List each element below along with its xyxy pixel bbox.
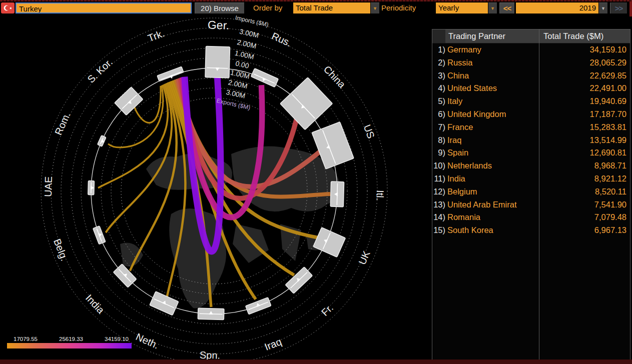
axis-tick: 3.00M — [239, 28, 259, 40]
row-number: 1) — [432, 44, 445, 56]
country-node-belgium[interactable] — [93, 226, 106, 244]
country-node-china[interactable] — [280, 78, 333, 130]
row-number: 3) — [432, 70, 445, 82]
partner-name: United Arab Emirat — [447, 198, 538, 212]
partner-name: France — [447, 121, 538, 134]
prev-year-button[interactable]: << — [499, 2, 514, 14]
country-node-iraq[interactable] — [246, 298, 271, 314]
table-row[interactable]: 3)China22,629.85 — [432, 70, 630, 82]
trade-value: 7,079.48 — [539, 211, 626, 224]
ring-label-germany: Ger. — [208, 18, 230, 32]
table-row[interactable]: 12)Belgium8,520.11 — [432, 186, 630, 198]
axis-tick: 2.00M — [236, 38, 257, 50]
table-row[interactable]: 1)Germany34,159.10 — [432, 44, 630, 56]
security-input[interactable]: Turkey — [16, 2, 192, 14]
color-scale-legend: 17079.5525619.3334159.10 — [7, 336, 132, 348]
country-node-romania[interactable] — [98, 136, 107, 147]
country-node-italy[interactable] — [330, 182, 344, 207]
ring-label-netherlands: Neth. — [134, 331, 161, 351]
trade-value: 22,629.85 — [539, 70, 626, 82]
country-node-russia[interactable] — [251, 68, 279, 88]
ring-label-iraq: Iraq — [263, 336, 283, 352]
country-node-germany[interactable] — [205, 46, 230, 78]
periodicity-label: Periodicity — [381, 2, 416, 14]
ring-label-south-korea: S. Kor. — [85, 56, 115, 85]
year-input[interactable]: 2019 — [516, 2, 598, 14]
row-number: 12) — [432, 186, 445, 198]
trade-value: 28,065.29 — [539, 56, 626, 70]
ring-label-india: India — [84, 292, 107, 316]
axis-tick: 3.00M — [225, 88, 246, 100]
trade-value: 8,921.12 — [539, 172, 626, 186]
trade-value: 22,491.00 — [539, 82, 626, 95]
order-by-label: Order by — [253, 2, 282, 14]
ring-label-united-arab-emirates: UAE — [43, 176, 54, 198]
imports-axis-label: Imports ($M) — [235, 15, 269, 28]
trade-value: 34,159.10 — [539, 44, 626, 56]
trade-value: 17,187.70 — [539, 108, 626, 121]
ring-label-united-states: US — [361, 123, 377, 140]
table-row[interactable]: 4)United States22,491.00 — [432, 82, 630, 95]
trade-value: 13,514.99 — [539, 134, 626, 147]
ring-label-italy: Itl. — [374, 190, 386, 201]
ring-label-belgium: Belg. — [52, 237, 70, 262]
partner-name: Russia — [447, 56, 538, 70]
table-row[interactable]: 5)Italy19,940.69 — [432, 95, 630, 108]
trade-value: 8,520.11 — [539, 186, 626, 198]
table-row[interactable]: 10)Netherlands8,968.71 — [432, 160, 630, 172]
row-number: 14) — [432, 211, 445, 224]
order-by-select[interactable]: Total Trade — [293, 2, 370, 14]
country-node-spain[interactable] — [198, 308, 224, 320]
table-row[interactable]: 6)United Kingdom17,187.70 — [432, 108, 630, 121]
table-row[interactable]: 11)India8,921.12 — [432, 172, 630, 186]
col-header-total-trade[interactable]: Total Trade ($M) — [543, 30, 626, 43]
table-row[interactable]: 15)South Korea6,967.13 — [432, 224, 630, 237]
country-node-united-kingdom[interactable] — [313, 228, 346, 258]
trade-flow-chord-chart[interactable]: Ger.Rus.ChinaUSItl.UKFr.IraqSpn.Neth.Ind… — [0, 15, 431, 360]
row-number: 8) — [432, 134, 445, 147]
periodicity-select[interactable]: Yearly — [436, 2, 488, 14]
row-number: 15) — [432, 224, 445, 237]
partner-name: China — [447, 70, 538, 82]
table-row[interactable]: 2)Russia28,065.29 — [432, 56, 630, 70]
table-row[interactable]: 13)United Arab Emirat7,541.90 — [432, 198, 630, 212]
table-row[interactable]: 9)Spain12,690.81 — [432, 146, 630, 160]
table-row[interactable]: 8)Iraq13,514.99 — [432, 134, 630, 147]
row-number: 7) — [432, 121, 445, 134]
ring-label-france: Fr. — [319, 302, 335, 318]
col-header-trading-partner[interactable]: Trading Partner — [448, 30, 537, 43]
row-number: 6) — [432, 108, 445, 121]
chevron-down-icon[interactable]: ▼ — [599, 2, 607, 14]
chevron-down-icon[interactable]: ▼ — [371, 2, 379, 14]
ring-label-china: China — [322, 64, 348, 90]
legend-tick-label: 25619.33 — [59, 336, 83, 342]
trade-value: 8,968.71 — [539, 160, 626, 172]
turkey-flag-icon — [1, 2, 15, 14]
country-node-south-korea[interactable] — [115, 87, 143, 115]
partner-name: India — [447, 172, 538, 186]
row-number: 5) — [432, 95, 445, 108]
ring-label-united-kingdom: UK — [356, 249, 372, 266]
row-number: 10) — [432, 160, 445, 172]
ring-label-spain: Spn. — [200, 350, 221, 360]
legend-tick-label: 34159.10 — [105, 336, 129, 342]
chevron-down-icon[interactable]: ▼ — [488, 2, 497, 14]
table-row[interactable]: 7)France15,283.81 — [432, 121, 630, 134]
trade-value: 19,940.69 — [539, 95, 626, 108]
bloomberg-trade-flow-screen: Turkey 20) Browse Order by Total Trade ▼… — [0, 0, 632, 364]
trade-value: 7,541.90 — [539, 198, 626, 212]
browse-button[interactable]: 20) Browse — [195, 2, 244, 14]
table-row[interactable]: 14)Romania7,079.48 — [432, 211, 630, 224]
partner-name: Romania — [447, 211, 538, 224]
top-toolbar: Turkey 20) Browse Order by Total Trade ▼… — [0, 2, 632, 15]
country-node-united-arab-emirates[interactable] — [88, 180, 95, 194]
row-number: 11) — [432, 172, 445, 186]
country-node-netherlands[interactable] — [150, 292, 179, 316]
ring-label-romania: Rom. — [53, 110, 73, 137]
trade-value: 15,283.81 — [539, 121, 626, 134]
next-year-button[interactable]: >> — [610, 2, 627, 14]
partner-name: United Kingdom — [447, 108, 538, 121]
row-number: 4) — [432, 82, 445, 95]
trade-value: 6,967.13 — [539, 224, 626, 237]
partner-name: United States — [447, 82, 538, 95]
